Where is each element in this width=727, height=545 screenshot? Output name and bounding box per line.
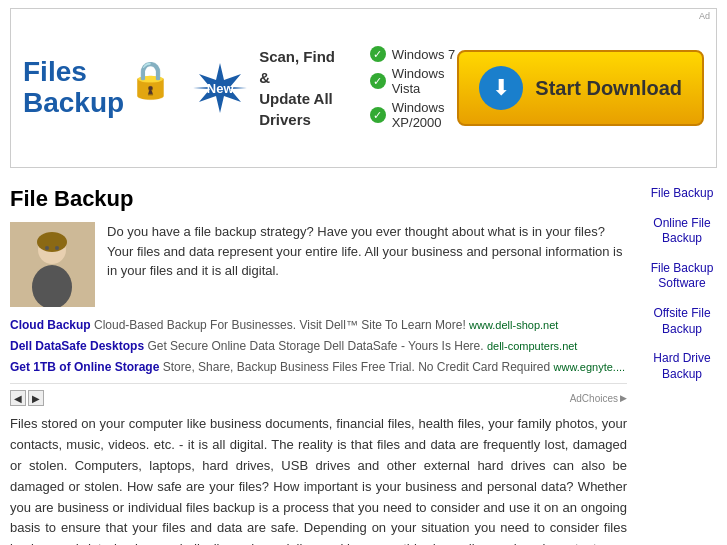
ad-link-2-url: dell-computers.net <box>487 340 578 352</box>
ad-link-1-anchor[interactable]: Cloud Backup <box>10 318 91 332</box>
ad-prev-button[interactable]: ◀ <box>10 390 26 406</box>
ad-choices-text: AdChoices <box>570 393 618 404</box>
ad-banner: Ad Files Backup 🔒 New Scan, Find & Updat… <box>10 8 717 168</box>
os-item-win7: ✓ Windows 7 <box>370 46 458 62</box>
sidebar-link-hard-drive-backup[interactable]: Hard Drive Backup <box>647 351 717 382</box>
download-arrow-icon: ⬇ <box>479 66 523 110</box>
lock-icon: 🔒 <box>128 59 173 101</box>
os-list: ✓ Windows 7 ✓ Windows Vista ✓ Windows XP… <box>370 46 458 130</box>
checkmark-icon: ✓ <box>370 46 386 62</box>
ad-link-3-url: www.egnyte.... <box>554 361 626 373</box>
ad-choices-icon: ▶ <box>620 393 627 403</box>
os-item-vista: ✓ Windows Vista <box>370 66 458 96</box>
svg-point-5 <box>37 232 67 252</box>
body-text: Files stored on your computer like busin… <box>10 414 627 545</box>
os-item-xp: ✓ Windows XP/2000 <box>370 100 458 130</box>
ad-link-1-desc-text: Cloud-Based Backup For Businesses. Visit… <box>94 318 466 332</box>
ad-choices-link[interactable]: AdChoices ▶ <box>570 393 627 404</box>
sidebar-link-file-backup-software[interactable]: File Backup Software <box>647 261 717 292</box>
page-title: File Backup <box>10 186 627 212</box>
start-download-button[interactable]: ⬇ Start Download <box>457 50 704 126</box>
sidebar-link-file-backup[interactable]: File Backup <box>647 186 717 202</box>
ad-logo-text-files: Files <box>23 57 124 88</box>
sidebar-link-online-file-backup[interactable]: Online File Backup <box>647 216 717 247</box>
ad-logo-text-backup: Backup <box>23 88 124 119</box>
ad-label: Ad <box>699 11 710 21</box>
ad-next-button[interactable]: ▶ <box>28 390 44 406</box>
intro-paragraph: Do you have a file backup strategy? Have… <box>107 222 627 307</box>
sidebar-link-offsite-file-backup[interactable]: Offsite File Backup <box>647 306 717 337</box>
intro-image <box>10 222 95 307</box>
ad-link-2-desc: Get Secure Online Data Storage Dell Data… <box>147 339 483 353</box>
svg-point-7 <box>55 246 59 250</box>
person-image <box>10 222 95 307</box>
ad-link-3: Get 1TB of Online Storage Store, Share, … <box>10 359 627 376</box>
ad-links-section: Cloud Backup Cloud-Based Backup For Busi… <box>10 317 627 384</box>
new-badge: New <box>193 61 247 115</box>
main-content: File Backup <box>0 176 727 545</box>
content-left: File Backup <box>10 186 647 545</box>
ad-link-2: Dell DataSafe Desktops Get Secure Online… <box>10 338 627 355</box>
ad-choices-row: ◀ ▶ AdChoices ▶ <box>10 390 627 406</box>
ad-logo: Files Backup 🔒 <box>23 57 173 119</box>
intro-section: Do you have a file backup strategy? Have… <box>10 222 627 307</box>
scan-find-text: Scan, Find & Update All Drivers <box>259 46 348 130</box>
ad-link-1: Cloud Backup Cloud-Based Backup For Busi… <box>10 317 627 334</box>
ad-link-3-desc: Store, Share, Backup Business Files Free… <box>163 360 551 374</box>
download-btn-label: Start Download <box>535 77 682 100</box>
svg-point-6 <box>45 246 49 250</box>
new-badge-text: New <box>193 61 247 115</box>
svg-point-4 <box>32 265 72 307</box>
ad-link-1-url: www.dell-shop.net <box>469 319 558 331</box>
ad-link-2-anchor[interactable]: Dell DataSafe Desktops <box>10 339 144 353</box>
checkmark-icon: ✓ <box>370 107 386 123</box>
sidebar-right: File Backup Online File Backup File Back… <box>647 186 717 545</box>
checkmark-icon: ✓ <box>370 73 386 89</box>
ad-link-3-anchor[interactable]: Get 1TB of Online Storage <box>10 360 159 374</box>
